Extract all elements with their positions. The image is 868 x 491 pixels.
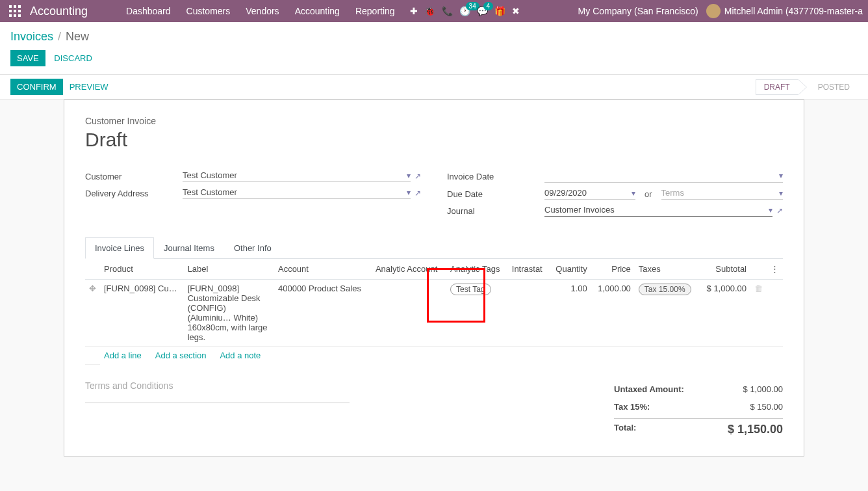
cell-analytic-tags[interactable]: Test Tag (446, 280, 508, 347)
th-subtotal[interactable]: Subtotal (699, 259, 750, 280)
gift-icon[interactable]: 🎁 (494, 6, 505, 16)
preview-button[interactable]: Preview (63, 79, 115, 95)
cell-product[interactable]: [FURN_0098] Custo… (100, 280, 184, 347)
save-button[interactable]: Save (10, 50, 45, 66)
cell-analytic-account[interactable] (372, 280, 446, 347)
analytic-tag[interactable]: Test Tag (450, 284, 491, 295)
customer-field[interactable]: Test Customer (183, 170, 237, 180)
due-date-field[interactable]: 09/29/2020 (544, 188, 587, 198)
confirm-button[interactable]: Confirm (10, 79, 63, 95)
msg-badge: 4 (483, 2, 494, 10)
add-line-link[interactable]: Add a line (104, 351, 142, 360)
avatar (706, 4, 721, 18)
columns-menu-icon[interactable]: ⋮ (771, 264, 779, 274)
status-posted[interactable]: POSTED (810, 80, 858, 94)
chevron-down-icon[interactable]: ▾ (407, 188, 411, 197)
th-quantity[interactable]: Quantity (549, 259, 591, 280)
delete-icon[interactable]: 🗑 (754, 284, 763, 293)
drag-handle-icon[interactable]: ✥ (89, 284, 96, 293)
th-analytic-account[interactable]: Analytic Account (372, 259, 446, 280)
th-intrastat[interactable]: Intrastat (508, 259, 549, 280)
cell-intrastat[interactable] (508, 280, 549, 347)
th-analytic-tags[interactable]: Analytic Tags (446, 259, 508, 280)
cell-subtotal: $ 1,000.00 (699, 280, 750, 347)
tax-tag[interactable]: Tax 15.00% (639, 284, 691, 295)
bug-icon[interactable]: 🐞 (424, 6, 435, 16)
add-section-link[interactable]: Add a section (155, 351, 207, 360)
control-bar: Invoices / New Save Discard (0, 22, 868, 75)
untaxed-label: Untaxed Amount: (614, 384, 684, 394)
nav-accounting[interactable]: Accounting (289, 1, 346, 21)
tab-invoice-lines[interactable]: Invoice Lines (85, 237, 154, 259)
delivery-label: Delivery Address (85, 189, 183, 198)
cell-taxes[interactable]: Tax 15.00% (635, 280, 699, 347)
total-value: $ 1,150.00 (728, 423, 783, 436)
tax-label: Tax 15%: (614, 402, 650, 412)
cell-price[interactable]: 1,000.00 (591, 280, 635, 347)
tabs: Invoice Lines Journal Items Other Info (85, 237, 783, 259)
th-account[interactable]: Account (274, 259, 372, 280)
due-date-label: Due Date (447, 189, 544, 199)
nav-customers[interactable]: Customers (181, 1, 236, 21)
th-taxes[interactable]: Taxes (635, 259, 699, 280)
external-link-icon[interactable]: ↗ (415, 189, 421, 198)
user-menu[interactable]: Mitchell Admin (4377709-master-a (706, 4, 863, 18)
breadcrumb: Invoices / New (10, 30, 858, 44)
tax-value: $ 150.00 (750, 402, 783, 412)
tab-other-info[interactable]: Other Info (224, 237, 281, 259)
form-sheet: Customer Invoice Draft Customer Test Cus… (64, 100, 804, 457)
terms-conditions-field[interactable]: Terms and Conditions (85, 380, 350, 403)
messages-icon[interactable]: 💬4 (477, 6, 488, 16)
company-selector[interactable]: My Company (San Francisco) (578, 6, 698, 16)
totals: Untaxed Amount:$ 1,000.00 Tax 15%:$ 150.… (614, 380, 783, 440)
th-product[interactable]: Product (100, 259, 184, 280)
invoice-lines-table: Product Label Account Analytic Account A… (85, 259, 783, 365)
customer-label: Customer (85, 172, 183, 181)
tools-icon[interactable]: ✖ (512, 6, 520, 16)
external-link-icon[interactable]: ↗ (415, 172, 421, 181)
status-draft[interactable]: DRAFT (756, 79, 798, 95)
total-label: Total: (614, 423, 636, 436)
form-title: Customer Invoice (85, 116, 783, 126)
breadcrumb-current: New (66, 30, 89, 43)
top-nav: Accounting Dashboard Customers Vendors A… (0, 0, 868, 22)
activity-icon[interactable]: 🕐34 (459, 6, 470, 16)
cell-quantity[interactable]: 1.00 (549, 280, 591, 347)
th-label[interactable]: Label (184, 259, 274, 280)
table-row[interactable]: ✥ [FURN_0098] Custo… [FURN_0098] Customi… (85, 280, 783, 347)
cell-label[interactable]: [FURN_0098] Customizable Desk (CONFIG) (… (184, 280, 274, 347)
journal-label: Journal (447, 206, 544, 216)
or-text: or (645, 189, 652, 199)
user-name: Mitchell Admin (4377709-master-a (724, 6, 863, 16)
breadcrumb-root[interactable]: Invoices (10, 30, 53, 43)
terms-field[interactable]: Terms (661, 188, 684, 198)
invoice-date-label: Invoice Date (447, 172, 544, 181)
chevron-down-icon[interactable]: ▾ (769, 206, 772, 215)
nav-reporting[interactable]: Reporting (350, 1, 401, 21)
th-price[interactable]: Price (591, 259, 635, 280)
chevron-down-icon[interactable]: ▾ (407, 171, 411, 180)
add-note-link[interactable]: Add a note (220, 351, 261, 360)
cell-account[interactable]: 400000 Product Sales (274, 280, 372, 347)
delivery-field[interactable]: Test Customer (183, 187, 237, 197)
apps-icon[interactable] (9, 5, 21, 17)
discard-button[interactable]: Discard (47, 50, 99, 66)
nav-links: Dashboard Customers Vendors Accounting R… (120, 1, 401, 21)
phone-icon[interactable]: 📞 (442, 6, 453, 16)
journal-field[interactable]: Customer Invoices (544, 205, 615, 215)
plus-icon[interactable]: ✚ (410, 6, 418, 16)
brand[interactable]: Accounting (30, 5, 88, 18)
untaxed-value: $ 1,000.00 (743, 384, 783, 394)
tab-journal-items[interactable]: Journal Items (154, 237, 224, 259)
status-bar: Confirm Preview DRAFT POSTED (0, 75, 868, 100)
chevron-down-icon[interactable]: ▾ (779, 189, 783, 198)
state-title: Draft (85, 129, 783, 151)
nav-dashboard[interactable]: Dashboard (120, 1, 177, 21)
nav-vendors[interactable]: Vendors (240, 1, 285, 21)
chevron-down-icon[interactable]: ▾ (632, 189, 635, 198)
chevron-down-icon[interactable]: ▾ (779, 171, 783, 180)
external-link-icon[interactable]: ↗ (776, 206, 783, 215)
